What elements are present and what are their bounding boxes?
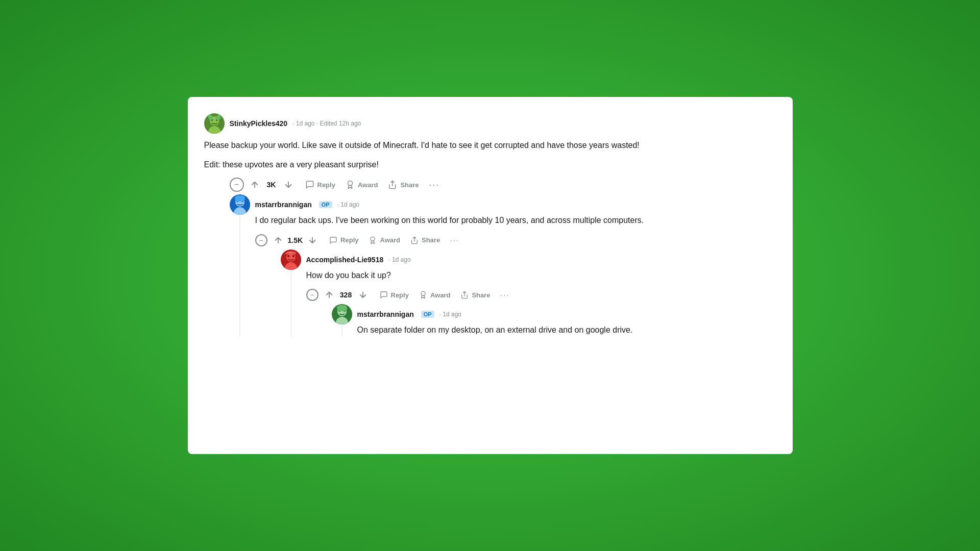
reply-1-username: mstarrbrannigan bbox=[255, 201, 312, 209]
reply-3-header: mstarrbrannigan OP · 1d ago bbox=[357, 310, 776, 318]
svg-rect-13 bbox=[235, 195, 245, 202]
vote-count-2: 328 bbox=[339, 291, 353, 299]
award-icon-2 bbox=[419, 291, 427, 299]
reply-icon-2 bbox=[380, 291, 388, 299]
more-options-button-1[interactable]: ··· bbox=[446, 234, 463, 246]
award-button[interactable]: Award bbox=[341, 177, 382, 192]
reply-1-action-bar: − 1.5K Reply bbox=[255, 233, 776, 247]
share-button-2[interactable]: Share bbox=[456, 288, 494, 302]
downvote-icon bbox=[284, 180, 293, 189]
upvote-icon-1 bbox=[274, 236, 283, 245]
thread-line-1 bbox=[239, 201, 240, 337]
upvote-icon-2 bbox=[325, 290, 334, 299]
upvote-button-1[interactable] bbox=[272, 234, 285, 247]
award-icon-1 bbox=[369, 236, 377, 244]
downvote-button-2[interactable] bbox=[356, 288, 370, 302]
reply-button-1[interactable]: Reply bbox=[325, 233, 362, 247]
top-action-bar: − 3K Reply Award Share bbox=[230, 177, 776, 192]
reply-1-body: I do regular back ups. I've been working… bbox=[255, 214, 776, 227]
downvote-icon-1 bbox=[308, 236, 317, 245]
award-icon bbox=[346, 180, 355, 189]
collapse-button-2[interactable]: − bbox=[306, 289, 318, 301]
vote-section: 3K bbox=[248, 178, 295, 191]
reply-2-meta: · 1d ago bbox=[388, 256, 410, 263]
reply-level-1: mstarrbrannigan OP · 1d ago I do regular… bbox=[230, 201, 776, 337]
more-options-button[interactable]: ··· bbox=[425, 178, 444, 192]
svg-point-18 bbox=[287, 255, 289, 257]
reply-3-inner: mstarrbrannigan OP · 1d ago On separate … bbox=[332, 310, 776, 337]
award-button-1[interactable]: Award bbox=[364, 233, 404, 247]
svg-point-7 bbox=[348, 181, 352, 186]
reply-2-inner: Accomplished-Lie9518 · 1d ago How do you… bbox=[281, 256, 776, 337]
op-badge-1: OP bbox=[319, 201, 332, 208]
share-icon-1 bbox=[410, 236, 419, 244]
upvote-icon bbox=[250, 180, 259, 189]
reply-icon bbox=[305, 180, 314, 189]
downvote-icon-2 bbox=[358, 290, 368, 299]
top-comment-body: Please backup your world. Like save it o… bbox=[204, 139, 776, 171]
top-username: StinkyPickles420 bbox=[230, 119, 288, 128]
vote-count: 3K bbox=[264, 181, 279, 189]
reply-2-username: Accomplished-Lie9518 bbox=[306, 256, 384, 264]
reply-button[interactable]: Reply bbox=[301, 177, 339, 192]
downvote-button[interactable] bbox=[282, 178, 295, 191]
vote-section-2: 328 bbox=[323, 288, 370, 302]
reply-1-avatar bbox=[230, 194, 250, 215]
share-icon-2 bbox=[460, 291, 469, 299]
downvote-button-1[interactable] bbox=[306, 234, 319, 247]
more-options-button-2[interactable]: ··· bbox=[497, 289, 514, 301]
reply-3-body: On separate folder on my desktop, on an … bbox=[357, 323, 776, 337]
collapse-button-1[interactable]: − bbox=[255, 234, 267, 246]
reply-icon-1 bbox=[329, 236, 337, 244]
share-icon bbox=[388, 180, 397, 189]
vote-section-1: 1.5K bbox=[272, 234, 320, 247]
reply-1-inner: mstarrbrannigan OP · 1d ago I do regular… bbox=[230, 201, 776, 337]
upvote-button[interactable] bbox=[248, 178, 261, 191]
share-button[interactable]: Share bbox=[384, 177, 423, 192]
reply-3-avatar bbox=[332, 304, 352, 324]
reply-level-3: mstarrbrannigan OP · 1d ago On separate … bbox=[332, 310, 776, 337]
comment-card: StinkyPickles420 · 1d ago · Edited 12h a… bbox=[188, 97, 793, 454]
svg-point-14 bbox=[371, 237, 375, 241]
reply-level-2: Accomplished-Lie9518 · 1d ago How do you… bbox=[281, 256, 776, 337]
reply-2-header: Accomplished-Lie9518 · 1d ago bbox=[306, 256, 776, 264]
reply-1-meta: · 1d ago bbox=[337, 201, 359, 208]
vote-count-1: 1.5K bbox=[288, 236, 303, 244]
svg-point-19 bbox=[292, 255, 295, 257]
reply-2-avatar bbox=[281, 249, 301, 270]
svg-point-20 bbox=[421, 292, 425, 296]
op-badge-3: OP bbox=[421, 311, 434, 318]
upvote-button-2[interactable] bbox=[323, 288, 336, 302]
avatar bbox=[204, 113, 225, 134]
reply-3-meta: · 1d ago bbox=[439, 311, 461, 318]
top-comment-header: StinkyPickles420 · 1d ago · Edited 12h a… bbox=[204, 113, 776, 134]
reply-2-body: How do you back it up? bbox=[306, 269, 776, 282]
reply-1-header: mstarrbrannigan OP · 1d ago bbox=[255, 201, 776, 209]
reply-3-username: mstarrbrannigan bbox=[357, 310, 414, 318]
top-comment: StinkyPickles420 · 1d ago · Edited 12h a… bbox=[204, 113, 776, 337]
share-button-1[interactable]: Share bbox=[406, 233, 444, 247]
award-button-2[interactable]: Award bbox=[415, 288, 455, 302]
collapse-button[interactable]: − bbox=[230, 178, 244, 192]
reply-button-2[interactable]: Reply bbox=[376, 288, 413, 302]
svg-rect-26 bbox=[337, 305, 347, 311]
reply-2-action-bar: − 328 bbox=[306, 288, 776, 302]
top-meta: · 1d ago · Edited 12h ago bbox=[292, 120, 361, 127]
